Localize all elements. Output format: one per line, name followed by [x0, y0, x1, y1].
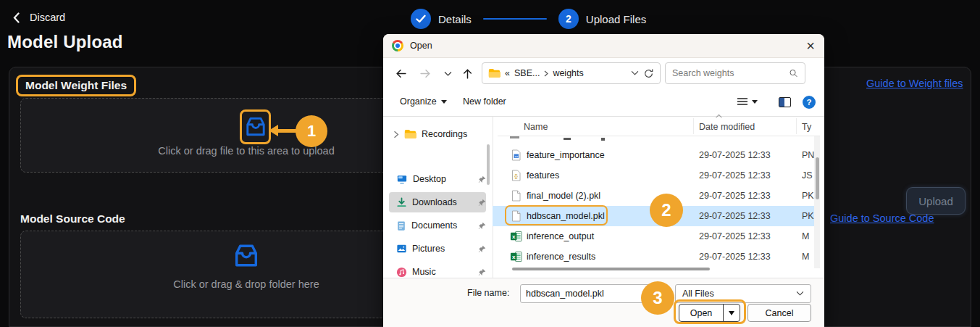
organize-menu[interactable]: Organize: [400, 96, 447, 107]
sidebar-item-pictures[interactable]: Pictures: [389, 239, 486, 259]
sidebar-item-label: Recordings: [422, 129, 486, 139]
breadcrumb-overflow[interactable]: «: [505, 68, 510, 78]
column-header-type[interactable]: Ty: [802, 122, 811, 132]
cancel-button[interactable]: Cancel: [747, 304, 811, 322]
pin-icon: [478, 222, 486, 230]
dialog-toolbar: Organize New folder ?: [383, 89, 824, 117]
svg-text:x: x: [512, 254, 516, 260]
pin-icon: [478, 268, 486, 276]
step-upload-circle[interactable]: 2: [558, 9, 579, 29]
file-modified: 29-07-2025 12:33: [699, 150, 771, 160]
caret-down-icon: [441, 100, 447, 104]
file-name: features: [527, 170, 559, 181]
pictures-icon: [396, 244, 407, 254]
stepper: Details 2 Upload Files: [411, 9, 646, 29]
close-icon[interactable]: ×: [806, 36, 815, 55]
file-name: inference_output: [527, 231, 594, 241]
sidebar-item-label: Desktop: [413, 174, 473, 184]
guide-weight-files-link[interactable]: Guide to Weight files: [866, 78, 963, 89]
column-header-name[interactable]: Name: [524, 122, 548, 132]
recent-locations-chevron-icon[interactable]: [444, 71, 452, 77]
page-title: Model Upload: [7, 32, 123, 52]
column-separator: [693, 118, 694, 134]
file-type: PK: [802, 191, 814, 201]
column-separator: [796, 118, 797, 134]
sidebar-item-recordings[interactable]: Recordings: [389, 124, 486, 144]
sidebar-scrollbar[interactable]: [487, 144, 490, 185]
documents-icon: [396, 220, 406, 231]
file-row[interactable]: feature_importance 29-07-2025 12:33 PN: [493, 145, 814, 165]
preview-pane-icon[interactable]: [779, 97, 791, 107]
forward-arrow-icon[interactable]: [419, 67, 432, 80]
sidebar-item-label: Documents: [411, 220, 473, 231]
help-icon[interactable]: ?: [803, 96, 816, 109]
discard-label: Discard: [30, 12, 65, 23]
breadcrumb-parent[interactable]: SBE...: [514, 68, 540, 78]
file-name-label: File name:: [467, 288, 509, 298]
address-dropdown-chevron-icon[interactable]: [631, 70, 639, 76]
vertical-scrollbar[interactable]: [814, 136, 820, 268]
up-arrow-icon[interactable]: [461, 67, 474, 80]
screen: Discard Details 2 Upload Files Model Upl…: [0, 0, 980, 327]
file-type: PN: [802, 150, 814, 160]
image-file-icon: [510, 149, 522, 161]
file-row[interactable]: x inference_results 29-07-2025 12:33 M: [493, 247, 814, 267]
weights-dropzone-icon-highlight: [240, 109, 271, 144]
back-arrow-icon[interactable]: [395, 67, 407, 80]
list-view-icon: [737, 97, 748, 107]
callout3-highlight-box: [674, 299, 746, 324]
svg-text:{}: {}: [514, 173, 518, 179]
file-name: inference_results: [527, 252, 595, 262]
guide-source-code-link[interactable]: Guide to Source Code: [830, 212, 934, 224]
expander-chevron-icon[interactable]: [393, 131, 399, 138]
folder-icon: [488, 68, 501, 78]
file-row[interactable]: x inference_output 29-07-2025 12:33 M: [493, 226, 814, 247]
column-header-modified[interactable]: Date modified: [699, 122, 755, 132]
file-modified: 29-07-2025 12:33: [699, 170, 771, 181]
horizontal-scrollbar-thumb[interactable]: [512, 268, 710, 270]
sidebar-item-downloads[interactable]: Downloads: [389, 192, 486, 212]
sidebar-item-desktop[interactable]: Desktop: [389, 169, 486, 189]
file-icon: [510, 190, 522, 202]
file-name: final_model (2).pkl: [527, 191, 600, 201]
callout-badge-1: 1: [296, 115, 327, 147]
file-modified: 29-07-2025 12:33: [699, 231, 771, 241]
refresh-icon[interactable]: [643, 68, 654, 79]
discard-back-button[interactable]: Discard: [13, 12, 65, 23]
sidebar-item-label: Downloads: [412, 197, 473, 207]
new-folder-button[interactable]: New folder: [463, 96, 506, 107]
step-details-circle[interactable]: [411, 9, 431, 29]
vertical-scrollbar-thumb[interactable]: [816, 157, 819, 199]
source-section-heading: Model Source Code: [20, 212, 125, 225]
svg-text:x: x: [512, 233, 516, 240]
folder-icon: [404, 129, 416, 139]
breadcrumb-current[interactable]: weights: [553, 68, 583, 78]
dialog-nav-row: « SBE... weights: [383, 58, 824, 89]
sidebar-item-documents[interactable]: Documents: [389, 215, 486, 236]
pin-icon: [478, 245, 486, 253]
file-row[interactable]: {} features 29-07-2025 12:33 JS: [493, 165, 814, 186]
sidebar-item-label: Pictures: [412, 244, 473, 254]
excel-file-icon: x: [510, 251, 522, 262]
downloads-icon: [396, 197, 407, 208]
file-row-partial[interactable]: [493, 136, 814, 144]
file-type: JS: [802, 170, 814, 181]
pin-icon: [478, 199, 486, 207]
source-dropzone-hint: Click or drag & drop folder here: [87, 278, 406, 290]
file-modified: 29-07-2025 12:33: [699, 252, 771, 262]
step-upload-label: Upload Files: [586, 13, 646, 25]
inbox-upload-icon[interactable]: [244, 115, 267, 138]
view-mode-button[interactable]: [737, 97, 758, 107]
address-bar[interactable]: « SBE... weights: [482, 62, 661, 84]
search-field[interactable]: [665, 62, 805, 84]
callout-badge-3: 3: [641, 281, 674, 315]
music-icon: [396, 267, 407, 278]
search-input[interactable]: [672, 68, 789, 78]
file-type: M: [802, 252, 814, 262]
upload-button[interactable]: Upload: [906, 187, 966, 215]
dialog-titlebar[interactable]: Open ×: [383, 34, 824, 58]
sort-chevron-icon: [715, 114, 723, 119]
chevron-down-icon: [796, 291, 804, 297]
file-modified: 29-07-2025 12:33: [699, 191, 771, 201]
file-modified: 29-07-2025 12:33: [699, 211, 771, 221]
